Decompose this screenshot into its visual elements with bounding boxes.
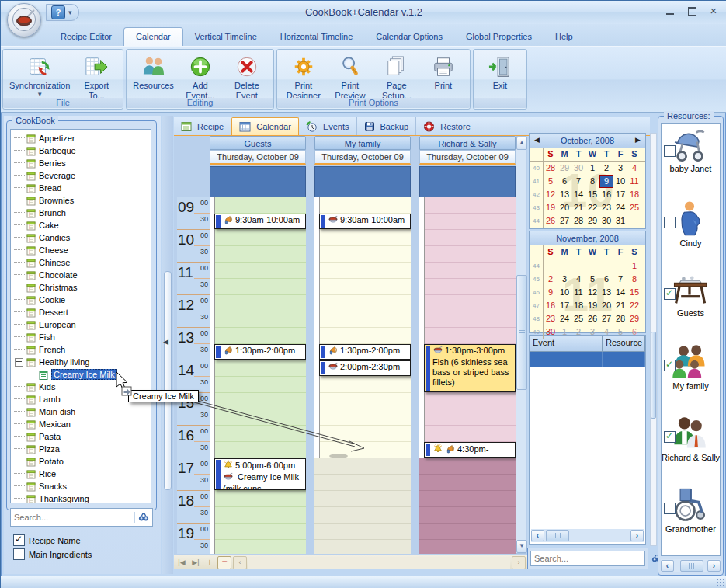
day-cell[interactable]: 28 [571,214,585,228]
tree-item[interactable]: Pizza [14,443,151,455]
recipe-search-input[interactable] [11,511,134,524]
page-setup--button[interactable]: Page Setup... [373,51,420,103]
day-cell[interactable] [585,259,599,273]
view-tab-calendar[interactable]: Calendar [231,117,299,135]
menu-tab-global-properties[interactable]: Global Properties [454,28,544,46]
day-cell[interactable]: 30 [544,325,558,339]
maximize-button[interactable] [686,6,697,16]
scrollbar-thumb[interactable] [516,275,527,390]
all-day-area[interactable] [419,166,516,197]
day-cell[interactable]: 8 [585,175,599,188]
tree-item[interactable]: Healthy living [14,356,151,368]
day-cell[interactable]: 1 [585,162,599,175]
day-cell[interactable]: 24 [558,312,571,325]
day-cell[interactable]: 20 [599,299,613,312]
scrollbar-thumb[interactable] [546,530,569,541]
search-icon[interactable] [134,512,152,523]
day-cell[interactable]: 21 [613,299,627,312]
day-cell[interactable]: 15 [627,286,641,299]
resource-baby-janet[interactable]: baby Janet [662,124,720,195]
day-cell[interactable]: 14 [613,286,627,299]
scroll-up-icon[interactable]: ▲ [516,137,527,150]
exit-button[interactable]: Exit [477,51,523,92]
checkbox-checked[interactable] [664,431,676,443]
event-4-30pm-5-00pm[interactable]: 4:30pm-5:00pm [424,442,516,458]
event-5-00pm-6-00pm[interactable]: 5:00pm-6:00pm Creamy Ice Milk (milk,cups [214,458,306,490]
day-cell[interactable]: 1 [627,259,641,273]
day-cell[interactable]: 1 [558,325,571,339]
scroll-left-icon[interactable]: ‹ [531,530,544,541]
day-cell[interactable]: 23 [599,201,613,214]
day-column-my-family[interactable]: 9:30am-10:00am1:30pm-2:00pm2:00pm-2:30pm [314,197,411,554]
day-cell[interactable]: 15 [585,188,599,201]
filter-main-ingredients[interactable]: Main Ingredients [13,548,92,560]
day-cell[interactable]: 17 [613,188,627,201]
print-button[interactable]: Print [420,51,467,92]
event-9-30am-10-00am[interactable]: 9:30am-10:00am [319,214,411,229]
column-date-header[interactable]: Thursday, October 09 [419,150,516,165]
tree-item[interactable]: Fish [14,331,151,343]
day-cell[interactable]: 6 [627,325,641,339]
column-date-header[interactable]: Thursday, October 09 [210,150,306,165]
column-header-my-family[interactable]: My family [314,136,411,150]
column-header-guests[interactable]: Guests [210,136,306,150]
day-cell[interactable]: 22 [627,299,641,312]
day-cell[interactable]: 18 [627,188,641,201]
menu-tab-vertical-timeline[interactable]: Vertical Timeline [183,28,269,46]
day-column-richard-sally[interactable]: 1:30pm-3:00pm Fish (6 skinless sea bass … [419,197,516,554]
scroll-left-icon[interactable]: ‹ [233,556,247,569]
tree-item[interactable]: Snacks [14,480,151,492]
day-cell[interactable]: 2 [544,273,558,286]
column-header-richard-sally[interactable]: Richard & Sally [419,136,516,150]
day-cell[interactable]: 11 [627,175,641,188]
day-cell[interactable]: 26 [585,312,599,325]
event-9-30am-10-00am[interactable]: 9:30am-10:00am [214,214,306,229]
nav-scroll-track[interactable] [248,557,510,569]
day-cell[interactable]: 31 [613,214,627,228]
day-cell[interactable]: 30 [571,162,585,175]
event-1-30pm-3-00pm[interactable]: 1:30pm-3:00pm Fish (6 skinless sea bass … [424,344,516,392]
day-cell[interactable]: 19 [585,299,599,312]
print-designer-button[interactable]: Print Designer [280,51,327,103]
scrollbar-thumb[interactable] [651,332,656,419]
day-cell[interactable]: 16 [544,299,558,312]
resources-button[interactable]: Resources [130,51,177,92]
tree-item[interactable]: Beverage [14,169,151,182]
day-cell[interactable]: 19 [544,201,558,214]
zoom-out-icon[interactable]: − [217,556,231,569]
scroll-right-icon[interactable]: › [707,560,721,572]
tree-item[interactable]: Candies [14,231,151,244]
event-table-hscrollbar[interactable]: ‹ › [531,529,644,542]
checkbox-checked[interactable] [13,534,25,546]
tree-item[interactable]: Chocolate [14,269,151,281]
day-cell[interactable]: 7 [571,175,585,188]
day-cell[interactable]: 8 [627,273,641,286]
day-cell[interactable] [558,259,571,273]
column-date-header[interactable]: Thursday, October 09 [314,150,411,165]
resource-guests[interactable]: Guests [662,266,720,338]
day-cell[interactable]: 9 [544,286,558,299]
prev-month-icon[interactable]: ◀ [534,136,540,144]
all-day-area[interactable] [314,166,411,197]
next-month-icon[interactable]: ▶ [635,136,641,144]
day-cell[interactable]: 7 [613,273,627,286]
day-cell[interactable]: 2 [571,325,585,339]
day-cell[interactable]: 3 [613,162,627,175]
tree-item[interactable]: French [14,343,151,356]
menu-tab-horizontal-timeline[interactable]: Horizontal Timeline [269,28,365,46]
menu-tab-help[interactable]: Help [544,28,585,46]
resources-hscrollbar[interactable]: ‹ › [661,559,721,572]
last-day-icon[interactable]: ▶| [189,557,202,569]
tree-item[interactable]: Brunch [14,207,151,219]
day-cell[interactable]: 27 [558,214,571,228]
tree-item[interactable]: Rice [14,468,151,480]
day-cell[interactable]: 13 [558,188,571,201]
menu-tab-calendar[interactable]: Calendar [123,27,183,46]
day-cell[interactable]: 3 [558,273,571,286]
day-cell[interactable]: 29 [558,162,571,175]
day-cell[interactable]: 22 [585,201,599,214]
day-cell[interactable]: 10 [558,286,571,299]
tree-item[interactable]: Cookie [14,294,151,306]
day-cell[interactable]: 23 [544,312,558,325]
add-event--button[interactable]: Add Event... [177,51,224,103]
